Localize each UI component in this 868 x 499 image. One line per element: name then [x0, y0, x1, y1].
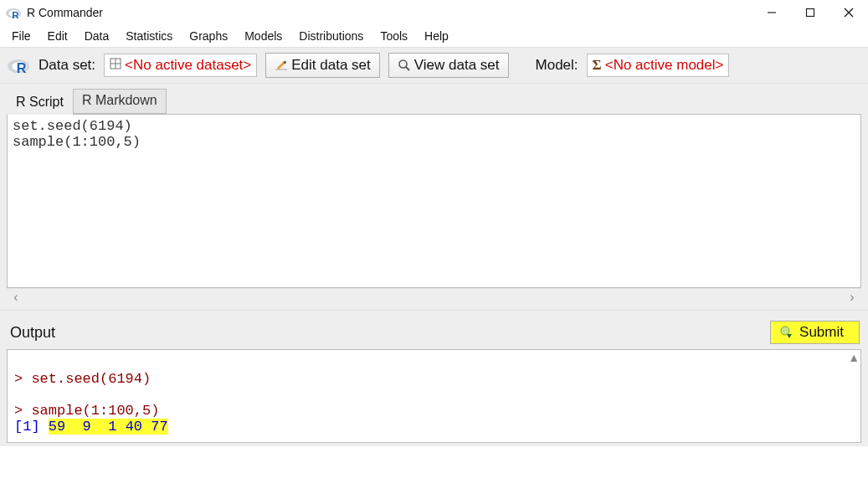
- menu-tools[interactable]: Tools: [373, 28, 414, 44]
- minimize-button[interactable]: [752, 0, 791, 25]
- output-result-highlight: 59 9 1 40 77: [49, 419, 168, 435]
- edit-dataset-button[interactable]: Edit data set: [265, 53, 380, 78]
- window-controls: [752, 0, 868, 25]
- menu-distributions[interactable]: Distributions: [292, 28, 370, 44]
- menu-statistics[interactable]: Statistics: [119, 28, 179, 44]
- view-dataset-label: View data set: [414, 57, 500, 74]
- menu-bar: File Edit Data Statistics Graphs Models …: [0, 25, 868, 47]
- view-dataset-button[interactable]: View data set: [388, 53, 509, 78]
- script-editor[interactable]: set.seed(6194) sample(1:100,5): [7, 114, 861, 288]
- close-button[interactable]: [829, 0, 868, 25]
- menu-help[interactable]: Help: [418, 28, 455, 44]
- dataset-label: Data set:: [39, 57, 95, 74]
- title-bar: R R Commander: [0, 0, 868, 25]
- svg-point-16: [399, 60, 407, 68]
- table-icon: [110, 57, 121, 74]
- scroll-left-icon[interactable]: ‹: [8, 290, 23, 305]
- svg-line-17: [406, 67, 409, 70]
- menu-graphs[interactable]: Graphs: [182, 28, 234, 44]
- model-selector[interactable]: Σ <No active model>: [587, 54, 730, 77]
- script-tabs: R Script R Markdown: [0, 84, 868, 114]
- output-pane[interactable]: > set.seed(6194) > sample(1:100,5) [1] 5…: [7, 349, 861, 443]
- svg-rect-4: [807, 9, 814, 17]
- svg-rect-13: [275, 69, 287, 70]
- submit-button-label: Submit: [799, 324, 844, 341]
- menu-models[interactable]: Models: [238, 28, 289, 44]
- run-icon: [779, 325, 794, 340]
- script-editor-wrap: set.seed(6194) sample(1:100,5) ‹ ›: [0, 114, 868, 310]
- dataset-selector[interactable]: <No active dataset>: [104, 54, 257, 77]
- magnifier-icon: [398, 59, 411, 72]
- submit-button[interactable]: Submit: [770, 321, 860, 344]
- svg-marker-19: [787, 334, 792, 338]
- sigma-icon: Σ: [593, 57, 602, 74]
- editor-horizontal-scrollbar[interactable]: ‹ ›: [7, 288, 861, 305]
- maximize-button[interactable]: [791, 0, 829, 25]
- menu-file[interactable]: File: [5, 28, 38, 44]
- model-label: Model:: [536, 57, 578, 74]
- edit-dataset-label: Edit data set: [291, 57, 371, 74]
- tab-r-script[interactable]: R Script: [7, 90, 73, 115]
- menu-edit[interactable]: Edit: [41, 28, 74, 44]
- output-label: Output: [10, 324, 55, 342]
- r-logo-icon: R: [7, 54, 30, 77]
- svg-text:R: R: [17, 60, 27, 75]
- pencil-icon: [275, 59, 288, 72]
- r-logo-icon: R: [5, 4, 22, 21]
- tab-r-markdown[interactable]: R Markdown: [73, 89, 167, 114]
- dataset-value: <No active dataset>: [125, 57, 251, 74]
- toolbar: R Data set: <No active dataset> Edit dat…: [0, 47, 868, 84]
- model-value: <No active model>: [605, 57, 724, 74]
- scroll-right-icon[interactable]: ›: [845, 290, 860, 305]
- output-header: Output Submit: [0, 310, 868, 349]
- output-scroll-up-icon[interactable]: ▲: [848, 351, 860, 364]
- window-title: R Commander: [27, 6, 103, 19]
- menu-data[interactable]: Data: [78, 28, 116, 44]
- output-wrap: ▲ > set.seed(6194) > sample(1:100,5) [1]…: [0, 349, 868, 446]
- svg-point-18: [781, 327, 789, 335]
- svg-text:R: R: [12, 9, 19, 20]
